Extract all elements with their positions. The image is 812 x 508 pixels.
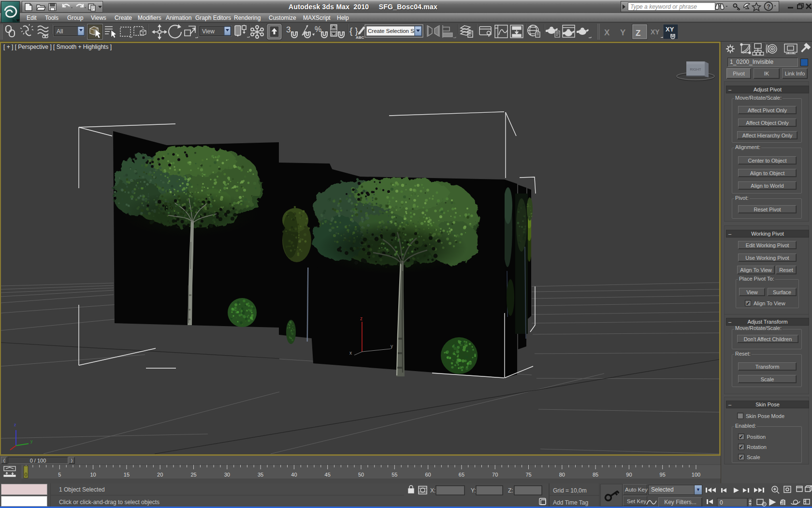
svg-text:35: 35 — [258, 472, 263, 478]
svg-text:XY: XY — [666, 26, 674, 33]
svg-text:70: 70 — [492, 472, 498, 478]
svg-text:View: View — [202, 28, 215, 35]
svg-text:{ }: { } — [349, 26, 358, 36]
svg-text:?: ? — [767, 3, 770, 10]
svg-text:10: 10 — [90, 472, 96, 478]
svg-text:0: 0 — [720, 499, 723, 506]
svg-text:Z:: Z: — [508, 487, 513, 494]
svg-text:25: 25 — [190, 472, 196, 478]
svg-text:ABC: ABC — [356, 35, 364, 40]
svg-text:RIGHT: RIGHT — [690, 67, 701, 72]
svg-text:95: 95 — [660, 472, 666, 478]
svg-text:%: % — [315, 25, 321, 33]
svg-text:30: 30 — [224, 472, 230, 478]
svg-text:y: y — [391, 344, 393, 349]
svg-text:XY: XY — [651, 28, 660, 36]
svg-text:45: 45 — [325, 472, 331, 478]
svg-text:85: 85 — [593, 472, 598, 478]
svg-text:60: 60 — [425, 472, 431, 478]
svg-text:Y:: Y: — [471, 487, 476, 494]
svg-text:55: 55 — [392, 472, 397, 478]
svg-text:Y: Y — [620, 28, 626, 37]
svg-text:5: 5 — [58, 472, 61, 478]
svg-text:50: 50 — [358, 472, 364, 478]
svg-text:y: y — [30, 439, 33, 444]
svg-text:Create Selection Se: Create Selection Se — [368, 28, 417, 34]
svg-text:X:: X: — [430, 487, 435, 494]
svg-text:x: x — [349, 350, 352, 356]
svg-text:Add Time Tag: Add Time Tag — [553, 499, 588, 506]
svg-text:100: 100 — [692, 472, 700, 478]
svg-text:3: 3 — [286, 25, 290, 34]
svg-text:65: 65 — [459, 472, 464, 478]
svg-text:90: 90 — [626, 472, 632, 478]
svg-text:20: 20 — [157, 472, 163, 478]
svg-text:40: 40 — [291, 472, 297, 478]
svg-text:15: 15 — [124, 472, 130, 478]
svg-text:Z: Z — [636, 29, 640, 38]
svg-text:0: 0 — [25, 472, 28, 478]
svg-text:75: 75 — [525, 472, 531, 478]
svg-text:z: z — [14, 422, 16, 427]
svg-text:All: All — [57, 28, 63, 35]
svg-text:X: X — [604, 28, 610, 37]
svg-text:80: 80 — [559, 472, 565, 478]
svg-text:Grid = 10,0m: Grid = 10,0m — [553, 487, 587, 494]
svg-text:z: z — [360, 316, 362, 321]
